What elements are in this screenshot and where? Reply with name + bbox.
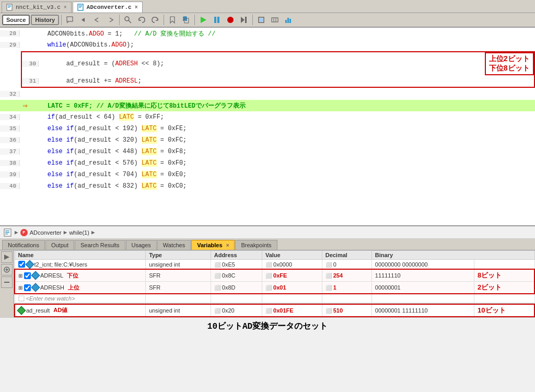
code-line-29: 29 while(ADCON0bits.ADGO); bbox=[0, 39, 535, 51]
var-type-adresh: SFR bbox=[146, 282, 211, 294]
var-addr-adresl: ⬜ 0x8C bbox=[211, 269, 262, 282]
var-bin-adresult: 00000001 11111110 bbox=[371, 304, 474, 317]
toolbar-stop-btn[interactable] bbox=[224, 14, 237, 26]
side-btn-3[interactable] bbox=[1, 276, 13, 288]
toolbar-prev-btn[interactable] bbox=[91, 14, 103, 26]
line-content-40[interactable]: else if(ad_result < 832) LATC = 0xC0; bbox=[30, 182, 535, 190]
var-ann-label-adresult: 10ビット bbox=[478, 306, 505, 314]
var-enter-watch-label[interactable]: <Enter new watch> bbox=[26, 295, 75, 302]
line-content-33[interactable]: LATC = 0xFF; // A/D変換結果に応じて8bitLEDでバーグラフ… bbox=[30, 101, 535, 110]
var-expand-adresh[interactable]: ⊞ bbox=[18, 285, 22, 291]
svg-marker-32 bbox=[4, 255, 9, 260]
var-enter-watch[interactable]: <Enter new watch> bbox=[15, 294, 146, 303]
svg-marker-19 bbox=[241, 17, 245, 23]
tab-adconverter[interactable]: ADconverter.c × bbox=[73, 2, 143, 13]
svg-rect-16 bbox=[217, 17, 219, 23]
footer-text: 10ビットAD変換データのセット bbox=[207, 322, 328, 331]
tab-adconverter-close[interactable]: × bbox=[135, 5, 138, 10]
svg-rect-5 bbox=[79, 5, 82, 6]
var-expand-adresl[interactable]: ⊞ bbox=[18, 273, 22, 279]
tab-output[interactable]: Output bbox=[45, 240, 74, 250]
tab-bar: nnct_kit_v3.c × ADconverter.c × bbox=[0, 0, 535, 13]
tab-variables-close[interactable]: × bbox=[226, 243, 229, 248]
toolbar-step-btn[interactable] bbox=[238, 14, 250, 26]
svg-rect-22 bbox=[272, 18, 278, 22]
var-dec-t2: ⬜ 0 bbox=[322, 260, 371, 270]
var-bin-t2: 00000000 00000000 bbox=[371, 260, 474, 270]
var-bin-adresl: 11111110 bbox=[371, 269, 474, 282]
var-name-t2[interactable]: t2_icnt; file:C:¥Users bbox=[15, 260, 146, 270]
history-tab-btn[interactable]: History bbox=[31, 15, 59, 25]
line-content-38[interactable]: else if(ad_result < 576) LATC = 0xF0; bbox=[30, 159, 535, 167]
var-label-adresl: ADRESL bbox=[40, 272, 63, 279]
line-num-40: 40 bbox=[0, 183, 20, 189]
var-name-adresl[interactable]: ⊞ ADRESL 下位 bbox=[15, 269, 146, 282]
toolbar-pause-btn[interactable] bbox=[211, 14, 223, 26]
tab-watches[interactable]: Watches bbox=[157, 240, 191, 250]
breadcrumb-while[interactable]: while(1) bbox=[69, 229, 89, 236]
toolbar-back-btn[interactable] bbox=[64, 14, 76, 26]
toolbar-undo-btn[interactable] bbox=[135, 14, 148, 26]
var-ann-right-adresult: 10ビット bbox=[474, 304, 534, 317]
source-tab-btn[interactable]: Source bbox=[2, 15, 30, 25]
tab-notifications[interactable]: Notifications bbox=[2, 240, 45, 250]
side-btn-1[interactable] bbox=[1, 251, 13, 263]
svg-rect-21 bbox=[260, 18, 263, 21]
code-lines-30-31-boxed: 30 ad_result = (ADRESH << 8); 上位2ビット 下位8… bbox=[21, 51, 535, 88]
editor-area: 28 ADCON0bits.ADGO = 1; // A/D 変換を開始する /… bbox=[0, 28, 535, 226]
line-content-39[interactable]: else if(ad_result < 704) LATC = 0xE0; bbox=[30, 171, 535, 178]
var-addr-val-adresl: 0x8C bbox=[222, 272, 236, 279]
toolbar-graph-btn[interactable] bbox=[282, 14, 295, 26]
var-ann-right-adresl: 8ビット bbox=[474, 269, 534, 282]
line-content-34[interactable]: if(ad_result < 64) LATC = 0xFF; bbox=[30, 113, 535, 121]
toolbar-search-btn[interactable] bbox=[122, 14, 134, 26]
line-content-28[interactable]: ADCON0bits.ADGO = 1; // A/D 変換を開始する // bbox=[30, 29, 535, 38]
svg-rect-25 bbox=[285, 20, 287, 23]
footer-annotation: 10ビットAD変換データのセット bbox=[0, 317, 535, 335]
toolbar-next-btn[interactable] bbox=[104, 14, 117, 26]
var-checkbox-adresl[interactable] bbox=[24, 272, 31, 279]
toolbar-forward-btn[interactable] bbox=[77, 14, 90, 26]
var-name-adresh[interactable]: ⊞ ADRESH 上位 bbox=[15, 282, 146, 294]
code-lines: 28 ADCON0bits.ADGO = 1; // A/D 変換を開始する /… bbox=[0, 28, 535, 225]
annotation-upper: 上位2ビット bbox=[489, 55, 530, 63]
svg-point-9 bbox=[125, 17, 129, 21]
toolbar-run-btn[interactable] bbox=[197, 14, 210, 26]
svg-line-10 bbox=[129, 20, 131, 23]
var-ann-adresult: AD値 bbox=[53, 306, 67, 314]
var-name-adresult[interactable]: ad_result AD値 bbox=[15, 304, 146, 317]
breadcrumb-sep-3: ▶ bbox=[91, 229, 95, 236]
line-content-37[interactable]: else if(ad_result < 448) LATC = 0xF8; bbox=[30, 148, 535, 155]
line-content-30[interactable]: ad_result = (ADRESH << 8); bbox=[49, 60, 474, 67]
line-content-31[interactable]: ad_result += ADRESL; bbox=[49, 77, 534, 85]
toolbar-bookmarks-btn[interactable] bbox=[180, 14, 192, 26]
var-dec-adresh: ⬜ 1 bbox=[322, 282, 371, 294]
var-label-adresult: ad_result bbox=[26, 307, 50, 314]
line-content-36[interactable]: else if(ad_result < 320) LATC = 0xFC; bbox=[30, 136, 535, 144]
line-content-29[interactable]: while(ADCON0bits.ADGO); bbox=[30, 41, 535, 49]
col-decimal: Decimal bbox=[322, 251, 371, 260]
tab-variables[interactable]: Variables × bbox=[191, 240, 235, 250]
toolbar-clock-btn[interactable] bbox=[269, 14, 281, 26]
breadcrumb-adconverter[interactable]: ADconverter bbox=[30, 229, 62, 236]
toolbar-redo-btn[interactable] bbox=[149, 14, 161, 26]
tab-nnct[interactable]: nnct_kit_v3.c × bbox=[2, 2, 72, 13]
code-line-28: 28 ADCON0bits.ADGO = 1; // A/D 変換を開始する /… bbox=[0, 28, 535, 39]
tab-search-results[interactable]: Search Results bbox=[75, 240, 125, 250]
svg-rect-18 bbox=[245, 17, 247, 23]
variables-table-wrapper: Name Type Address Value Decimal Binary bbox=[14, 250, 535, 317]
toolbar-bookmark-btn[interactable] bbox=[166, 14, 179, 26]
var-label-t2: t2_icnt; file:C:¥Users bbox=[34, 261, 87, 268]
code-line-31: 31 ad_result += ADRESL; bbox=[22, 75, 534, 87]
toolbar-chip-btn[interactable] bbox=[255, 14, 268, 26]
side-btn-2[interactable] bbox=[1, 264, 13, 275]
var-checkbox-adresh[interactable] bbox=[24, 284, 31, 291]
var-checkbox-t2[interactable] bbox=[18, 261, 25, 268]
bottom-content: Name Type Address Value Decimal Binary bbox=[0, 250, 535, 317]
tab-breakpoints[interactable]: Breakpoints bbox=[235, 240, 277, 250]
tab-nnct-close[interactable]: × bbox=[64, 5, 67, 10]
var-val-adresl: ⬜ 0xFE bbox=[262, 269, 322, 282]
code-line-36: 36 else if(ad_result < 320) LATC = 0xFC; bbox=[0, 134, 535, 146]
line-content-35[interactable]: else if(ad_result < 192) LATC = 0xFE; bbox=[30, 125, 535, 132]
tab-usages[interactable]: Usages bbox=[126, 240, 157, 250]
